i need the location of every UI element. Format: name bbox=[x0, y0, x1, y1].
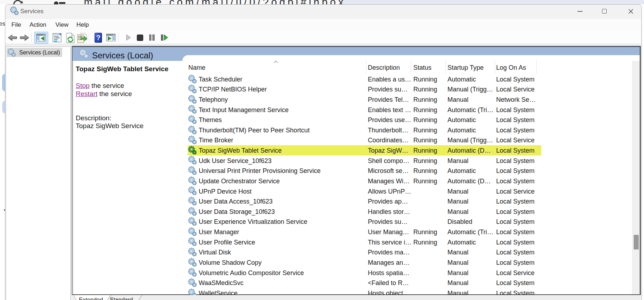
svg-text:?: ? bbox=[96, 34, 100, 42]
